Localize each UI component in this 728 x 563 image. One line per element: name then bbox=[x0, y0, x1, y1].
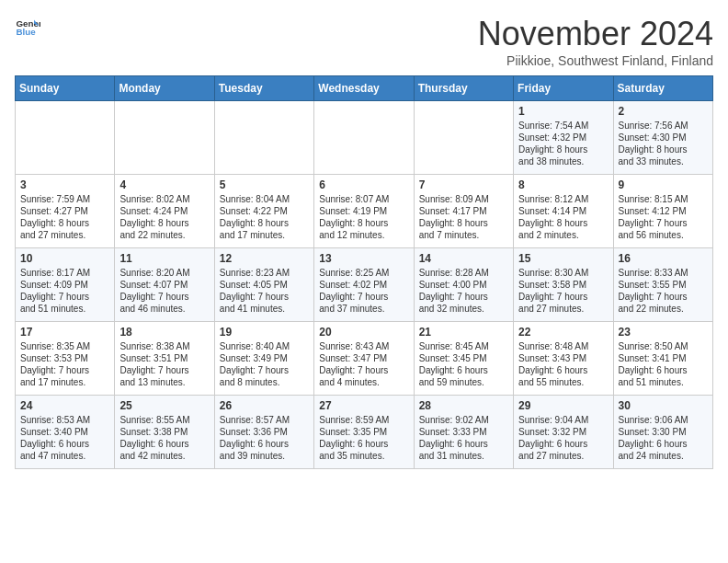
day-info-line: Daylight: 8 hours bbox=[518, 144, 608, 155]
day-info-line: and 32 minutes. bbox=[419, 303, 508, 315]
day-info-line: and 7 minutes. bbox=[419, 229, 508, 241]
day-info-line: Sunset: 3:43 PM bbox=[518, 352, 608, 364]
day-info-line: Daylight: 8 hours bbox=[619, 144, 708, 155]
calendar-cell: 23Sunrise: 8:50 AMSunset: 3:41 PMDayligh… bbox=[613, 322, 712, 396]
day-info-line: Daylight: 8 hours bbox=[20, 217, 109, 229]
logo-icon: General Blue bbox=[15, 15, 40, 40]
day-info-line: Sunrise: 8:28 AM bbox=[419, 267, 508, 279]
day-of-week-header: Sunday bbox=[16, 76, 115, 101]
day-info-line: and 42 minutes. bbox=[119, 450, 209, 462]
day-info-line: Sunrise: 8:40 AM bbox=[220, 340, 309, 352]
calendar-cell: 24Sunrise: 8:53 AMSunset: 3:40 PMDayligh… bbox=[16, 396, 115, 469]
day-number: 2 bbox=[619, 105, 708, 118]
day-info-line: and 27 minutes. bbox=[20, 229, 109, 241]
day-info-line: Sunrise: 7:56 AM bbox=[619, 120, 708, 132]
day-info-line: and 17 minutes. bbox=[220, 229, 309, 241]
day-number: 28 bbox=[419, 399, 508, 412]
day-info-line: Sunset: 3:47 PM bbox=[319, 352, 408, 364]
day-info-line: Sunrise: 8:53 AM bbox=[20, 414, 109, 426]
day-number: 17 bbox=[20, 326, 109, 339]
day-number: 25 bbox=[119, 399, 209, 412]
day-number: 29 bbox=[518, 399, 608, 412]
day-info-line: Daylight: 7 hours bbox=[518, 291, 608, 303]
day-of-week-header: Thursday bbox=[414, 76, 513, 101]
day-info-line: Daylight: 7 hours bbox=[20, 364, 109, 376]
day-info-line: Sunset: 3:36 PM bbox=[220, 426, 309, 438]
day-info-line: Daylight: 7 hours bbox=[220, 291, 309, 303]
calendar-cell bbox=[314, 101, 414, 175]
day-info-line: Sunrise: 9:06 AM bbox=[619, 414, 708, 426]
day-info-line: Sunset: 4:27 PM bbox=[20, 205, 109, 217]
logo: General Blue bbox=[15, 15, 40, 40]
day-info-line: Daylight: 7 hours bbox=[119, 364, 209, 376]
day-number: 7 bbox=[419, 178, 508, 191]
calendar-cell: 5Sunrise: 8:04 AMSunset: 4:22 PMDaylight… bbox=[214, 175, 313, 248]
calendar-cell bbox=[214, 101, 313, 175]
calendar-cell: 1Sunrise: 7:54 AMSunset: 4:32 PMDaylight… bbox=[514, 101, 613, 175]
day-info-line: Daylight: 7 hours bbox=[419, 291, 508, 303]
day-info-line: Sunset: 4:30 PM bbox=[619, 132, 708, 144]
day-info-line: and 38 minutes. bbox=[518, 155, 608, 167]
day-number: 20 bbox=[319, 326, 408, 339]
day-number: 4 bbox=[119, 178, 209, 191]
day-info-line: Daylight: 8 hours bbox=[419, 217, 508, 229]
day-info-line: and 56 minutes. bbox=[619, 229, 708, 241]
day-info-line: Daylight: 6 hours bbox=[518, 438, 608, 450]
day-info-line: Sunrise: 9:02 AM bbox=[419, 414, 508, 426]
day-number: 3 bbox=[20, 178, 109, 191]
calendar-cell: 6Sunrise: 8:07 AMSunset: 4:19 PMDaylight… bbox=[314, 175, 414, 248]
calendar-cell: 12Sunrise: 8:23 AMSunset: 4:05 PMDayligh… bbox=[214, 248, 313, 322]
day-info-line: Sunset: 4:19 PM bbox=[319, 205, 408, 217]
day-info-line: and 46 minutes. bbox=[119, 303, 209, 315]
calendar-title: November 2024 bbox=[478, 15, 713, 53]
calendar-cell: 18Sunrise: 8:38 AMSunset: 3:51 PMDayligh… bbox=[115, 322, 214, 396]
calendar-table: SundayMondayTuesdayWednesdayThursdayFrid… bbox=[15, 75, 713, 469]
day-info-line: Sunrise: 9:04 AM bbox=[518, 414, 608, 426]
day-info-line: Sunrise: 7:59 AM bbox=[20, 193, 109, 205]
day-of-week-header: Saturday bbox=[613, 76, 712, 101]
day-info-line: Sunrise: 8:50 AM bbox=[619, 340, 708, 352]
day-info-line: Daylight: 8 hours bbox=[220, 217, 309, 229]
day-info-line: Sunset: 4:24 PM bbox=[119, 205, 209, 217]
day-info-line: Daylight: 6 hours bbox=[518, 364, 608, 376]
day-number: 5 bbox=[220, 178, 309, 191]
calendar-cell: 21Sunrise: 8:45 AMSunset: 3:45 PMDayligh… bbox=[414, 322, 513, 396]
day-of-week-header: Monday bbox=[115, 76, 214, 101]
day-info-line: Sunset: 3:40 PM bbox=[20, 426, 109, 438]
day-info-line: and 4 minutes. bbox=[319, 376, 408, 388]
day-info-line: Daylight: 7 hours bbox=[619, 291, 708, 303]
day-info-line: Sunrise: 8:09 AM bbox=[419, 193, 508, 205]
calendar-cell: 28Sunrise: 9:02 AMSunset: 3:33 PMDayligh… bbox=[414, 396, 513, 469]
calendar-cell bbox=[414, 101, 513, 175]
day-number: 16 bbox=[619, 252, 708, 265]
day-info-line: and 8 minutes. bbox=[220, 376, 309, 388]
day-number: 6 bbox=[319, 178, 408, 191]
day-info-line: Sunset: 3:35 PM bbox=[319, 426, 408, 438]
day-info-line: Sunrise: 8:48 AM bbox=[518, 340, 608, 352]
calendar-cell: 29Sunrise: 9:04 AMSunset: 3:32 PMDayligh… bbox=[514, 396, 613, 469]
day-info-line: Daylight: 7 hours bbox=[119, 291, 209, 303]
day-info-line: Sunset: 3:41 PM bbox=[619, 352, 708, 364]
day-number: 26 bbox=[220, 399, 309, 412]
day-info-line: Daylight: 7 hours bbox=[20, 291, 109, 303]
day-info-line: and 13 minutes. bbox=[119, 376, 209, 388]
day-info-line: Daylight: 6 hours bbox=[419, 364, 508, 376]
day-number: 14 bbox=[419, 252, 508, 265]
day-info-line: and 17 minutes. bbox=[20, 376, 109, 388]
day-info-line: Daylight: 6 hours bbox=[220, 438, 309, 450]
calendar-cell bbox=[115, 101, 214, 175]
day-number: 30 bbox=[619, 399, 708, 412]
svg-text:Blue: Blue bbox=[16, 27, 36, 37]
calendar-cell: 8Sunrise: 8:12 AMSunset: 4:14 PMDaylight… bbox=[514, 175, 613, 248]
day-info-line: and 55 minutes. bbox=[518, 376, 608, 388]
calendar-cell: 11Sunrise: 8:20 AMSunset: 4:07 PMDayligh… bbox=[115, 248, 214, 322]
day-info-line: Sunrise: 8:04 AM bbox=[220, 193, 309, 205]
day-info-line: Sunset: 3:49 PM bbox=[220, 352, 309, 364]
day-info-line: and 33 minutes. bbox=[619, 155, 708, 167]
day-number: 24 bbox=[20, 399, 109, 412]
calendar-cell: 10Sunrise: 8:17 AMSunset: 4:09 PMDayligh… bbox=[16, 248, 115, 322]
day-info-line: Sunset: 3:38 PM bbox=[119, 426, 209, 438]
day-info-line: Sunrise: 8:15 AM bbox=[619, 193, 708, 205]
day-info-line: Daylight: 6 hours bbox=[619, 364, 708, 376]
day-of-week-header: Tuesday bbox=[214, 76, 313, 101]
